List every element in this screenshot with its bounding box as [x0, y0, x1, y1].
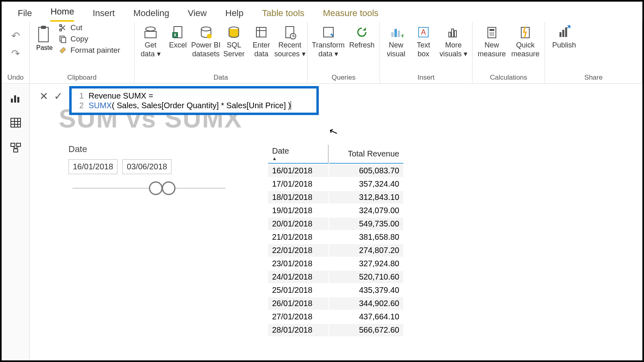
data-view-icon[interactable] — [8, 116, 23, 130]
table-row[interactable]: 24/01/2018520,710.60 — [268, 271, 403, 283]
table-row[interactable]: 19/01/2018324,079.00 — [268, 204, 403, 217]
pbi-datasets-button[interactable]: Power BI datasets — [193, 23, 219, 60]
enter-data-button[interactable]: Enter data — [249, 23, 273, 60]
get-data-button[interactable]: Get data ▾ — [138, 23, 163, 60]
new-measure-button[interactable]: New measure — [477, 23, 507, 60]
report-canvas[interactable]: SUM vs SUMX ✕ ✓ 1Revenue SUMX = 2SUMX( S… — [30, 84, 642, 360]
redo-icon[interactable]: ↷ — [10, 47, 22, 60]
cell-date: 20/01/2018 — [268, 218, 328, 230]
tab-table-tools[interactable]: Table tools — [262, 8, 304, 22]
formula-editor[interactable]: 1Revenue SUMX = 2SUMX( Sales, Sales[Orde… — [69, 86, 319, 115]
table-row[interactable]: 17/01/2018357,324.40 — [268, 178, 403, 190]
svg-rect-41 — [11, 99, 13, 103]
tab-modeling[interactable]: Modeling — [133, 8, 169, 22]
table-row[interactable]: 25/01/2018435,379.40 — [268, 284, 403, 296]
model-view-icon[interactable] — [8, 141, 23, 154]
formula-bar: ✕ ✓ 1Revenue SUMX = 2SUMX( Sales, Sales[… — [38, 86, 319, 115]
table-row[interactable]: 27/01/2018437,664.10 — [268, 311, 403, 323]
ribbon-group-data: Get data ▾ XExcel Power BI datasets SQL … — [134, 22, 308, 83]
table-row[interactable]: 16/01/2018605,083.70 — [268, 165, 403, 177]
table-row[interactable]: 26/01/2018344,902.60 — [268, 297, 403, 310]
mouse-cursor-icon: ↖ — [327, 124, 339, 139]
svg-rect-39 — [562, 30, 564, 37]
col-header-revenue[interactable]: Total Revenue — [329, 145, 403, 164]
revenue-table[interactable]: Date▲ Total Revenue 16/01/2018605,083.70… — [267, 144, 404, 337]
report-view-icon[interactable] — [8, 91, 23, 105]
svg-rect-50 — [17, 143, 21, 146]
svg-rect-44 — [11, 118, 21, 127]
queries-group-label: Queries — [312, 74, 376, 83]
sql-server-button[interactable]: SQL Server — [222, 23, 246, 60]
paste-button[interactable]: Paste — [34, 23, 55, 53]
svg-rect-42 — [14, 95, 16, 103]
cut-button[interactable]: Cut — [58, 23, 120, 32]
table-row[interactable]: 20/01/2018549,735.00 — [268, 218, 403, 230]
cell-revenue: 344,902.60 — [329, 297, 403, 310]
calc-group-label: Calculations — [477, 74, 541, 83]
svg-point-32 — [491, 33, 492, 34]
refresh-button[interactable]: Refresh — [348, 23, 376, 51]
format-painter-button[interactable]: Format painter — [58, 46, 120, 55]
cell-date: 18/01/2018 — [268, 191, 328, 204]
svg-rect-26 — [449, 32, 451, 37]
view-rail — [2, 84, 30, 360]
svg-text:X: X — [173, 33, 177, 37]
formula-line-2-rest: ( Sales, Sales[Order Quantity] * Sales[U… — [112, 101, 291, 110]
formula-keyword: SUMX — [89, 101, 112, 110]
col-header-date[interactable]: Date▲ — [268, 145, 328, 164]
slicer-date-to[interactable]: 03/06/2018 — [122, 159, 171, 174]
svg-text:A: A — [421, 28, 426, 36]
ribbon-group-clipboard: Paste Cut Copy Format painter — [30, 22, 134, 83]
cell-revenue: 605,083.70 — [329, 165, 403, 177]
publish-button[interactable]: Publish — [549, 23, 579, 51]
tab-home[interactable]: Home — [50, 6, 74, 22]
cell-date: 17/01/2018 — [268, 178, 328, 190]
ribbon-group-calculations: New measure Quick measure Calculations — [473, 22, 545, 83]
new-visual-button[interactable]: +New visual — [384, 23, 408, 60]
table-row[interactable]: 23/01/2018327,924.80 — [268, 257, 403, 270]
svg-rect-28 — [454, 31, 456, 37]
slider-handle-right[interactable] — [162, 181, 175, 195]
cell-revenue: 312,843.10 — [329, 191, 403, 204]
svg-rect-38 — [559, 32, 561, 37]
slider-handle-left[interactable] — [149, 181, 163, 195]
cell-date: 23/01/2018 — [268, 257, 328, 270]
date-slicer[interactable]: Date 16/01/2018 03/06/2018 — [68, 144, 254, 195]
svg-point-31 — [489, 33, 491, 34]
tab-view[interactable]: View — [188, 8, 206, 22]
svg-point-34 — [489, 35, 491, 36]
quick-measure-button[interactable]: Quick measure — [510, 23, 541, 60]
svg-rect-21 — [394, 29, 397, 37]
table-row[interactable]: 28/01/2018566,672.60 — [268, 324, 403, 336]
text-box-button[interactable]: AText box — [411, 23, 436, 60]
tab-file[interactable]: File — [18, 8, 32, 22]
cell-revenue: 274,807.20 — [329, 244, 403, 257]
table-row[interactable]: 22/01/2018274,807.20 — [268, 244, 403, 257]
copy-button[interactable]: Copy — [58, 35, 120, 43]
formula-commit-icon[interactable]: ✓ — [52, 90, 64, 102]
tab-help[interactable]: Help — [225, 8, 244, 22]
tab-insert[interactable]: Insert — [93, 8, 115, 22]
slicer-slider[interactable] — [72, 181, 225, 195]
transform-data-button[interactable]: Transform data ▾ — [312, 23, 345, 60]
table-row[interactable]: 18/01/2018312,843.10 — [268, 191, 403, 204]
tab-measure-tools[interactable]: Measure tools — [323, 8, 378, 22]
cell-date: 25/01/2018 — [268, 284, 328, 296]
cell-revenue: 435,379.40 — [329, 284, 403, 296]
recent-sources-button[interactable]: Recent sources ▾ — [277, 23, 303, 60]
more-visuals-button[interactable]: More visuals ▾ — [439, 23, 468, 60]
sort-ascending-icon: ▲ — [272, 156, 324, 161]
table-row[interactable]: 21/01/2018381,658.80 — [268, 231, 403, 243]
undo-icon[interactable]: ↶ — [10, 30, 22, 42]
undo-group-label: Undo — [7, 74, 24, 83]
svg-rect-30 — [489, 29, 494, 31]
cell-revenue: 327,924.80 — [329, 257, 403, 270]
svg-rect-40 — [565, 27, 567, 37]
cell-date: 28/01/2018 — [268, 324, 328, 336]
svg-rect-49 — [11, 143, 15, 146]
cell-date: 21/01/2018 — [268, 231, 328, 243]
slicer-date-from[interactable]: 16/01/2018 — [68, 159, 118, 174]
menu-tabs: File Home Insert Modeling View Help Tabl… — [2, 2, 642, 22]
excel-button[interactable]: XExcel — [166, 23, 190, 51]
formula-cancel-icon[interactable]: ✕ — [38, 90, 50, 102]
